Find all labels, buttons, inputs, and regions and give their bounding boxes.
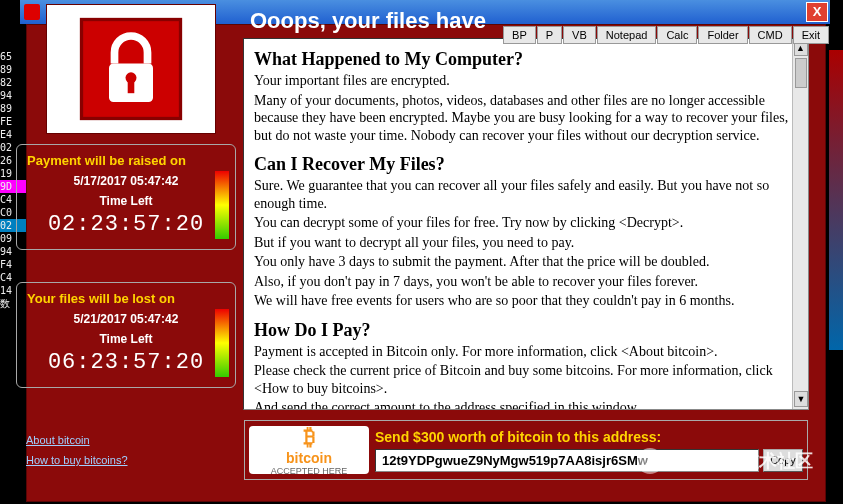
svg-rect-3	[128, 78, 135, 93]
note-h2: Can I Recover My Files?	[254, 154, 798, 175]
timer1-countdown: 02:23:57:20	[27, 212, 225, 237]
timer2-label: Time Left	[27, 332, 225, 346]
tool-folder[interactable]: Folder	[698, 26, 747, 44]
scrollbar[interactable]: ▲ ▼	[792, 39, 808, 409]
tool-bp[interactable]: BP	[503, 26, 536, 44]
note-p1: Your important files are encrypted.	[254, 72, 798, 90]
lock-icon	[76, 14, 186, 124]
scroll-thumb[interactable]	[795, 58, 807, 88]
ransom-note: What Happened to My Computer? Your impor…	[243, 38, 809, 410]
note-p8: We will have free events for users who a…	[254, 292, 798, 310]
app-icon	[24, 4, 40, 20]
payment-timer: Payment will be raised on 5/17/2017 05:4…	[16, 144, 236, 250]
note-h3: How Do I Pay?	[254, 320, 798, 341]
tool-p[interactable]: P	[537, 26, 562, 44]
payment-bar: ₿ bitcoin ACCEPTED HERE Send $300 worth …	[244, 420, 808, 480]
timer2-date: 5/21/2017 05:47:42	[27, 312, 225, 326]
timer1-header: Payment will be raised on	[27, 153, 225, 168]
footer-links: About bitcoin How to buy bitcoins?	[26, 434, 128, 474]
timer1-date: 5/17/2017 05:47:42	[27, 174, 225, 188]
how-to-buy-link[interactable]: How to buy bitcoins?	[26, 454, 128, 466]
timer1-label: Time Left	[27, 194, 225, 208]
note-h1: What Happened to My Computer?	[254, 49, 798, 70]
headline: Ooops, your files have	[250, 8, 486, 34]
note-p11: And send the correct amount to the addre…	[254, 399, 798, 410]
debug-toolbar: BP P VB Notepad Calc Folder CMD Exit	[503, 26, 829, 44]
note-p3: Sure. We guarantee that you can recover …	[254, 177, 798, 212]
scroll-down-icon[interactable]: ▼	[794, 391, 808, 407]
note-p4: You can decrypt some of your files for f…	[254, 214, 798, 232]
close-button[interactable]: X	[806, 2, 828, 22]
deletion-timer: Your files will be lost on 5/21/2017 05:…	[16, 282, 236, 388]
note-p7: Also, if you don't pay in 7 days, you wo…	[254, 273, 798, 291]
lock-image	[46, 4, 216, 134]
payment-title: Send $300 worth of bitcoin to this addre…	[375, 429, 803, 445]
bg-right-strip	[829, 50, 843, 350]
tool-vb[interactable]: VB	[563, 26, 596, 44]
bitcoin-logo: ₿ bitcoin ACCEPTED HERE	[249, 426, 369, 474]
copy-button[interactable]: Copy	[763, 449, 803, 472]
bitcoin-address-input[interactable]	[375, 449, 759, 472]
about-bitcoin-link[interactable]: About bitcoin	[26, 434, 128, 446]
tool-cmd[interactable]: CMD	[749, 26, 792, 44]
note-p5: But if you want to decrypt all your file…	[254, 234, 798, 252]
note-p2: Many of your documents, photos, videos, …	[254, 92, 798, 145]
tool-notepad[interactable]: Notepad	[597, 26, 657, 44]
note-p9: Payment is accepted in Bitcoin only. For…	[254, 343, 798, 361]
timer2-countdown: 06:23:57:20	[27, 350, 225, 375]
tool-exit[interactable]: Exit	[793, 26, 829, 44]
note-p6: You only have 3 days to submit the payme…	[254, 253, 798, 271]
tool-calc[interactable]: Calc	[657, 26, 697, 44]
note-p10: Please check the current price of Bitcoi…	[254, 362, 798, 397]
timer2-header: Your files will be lost on	[27, 291, 225, 306]
